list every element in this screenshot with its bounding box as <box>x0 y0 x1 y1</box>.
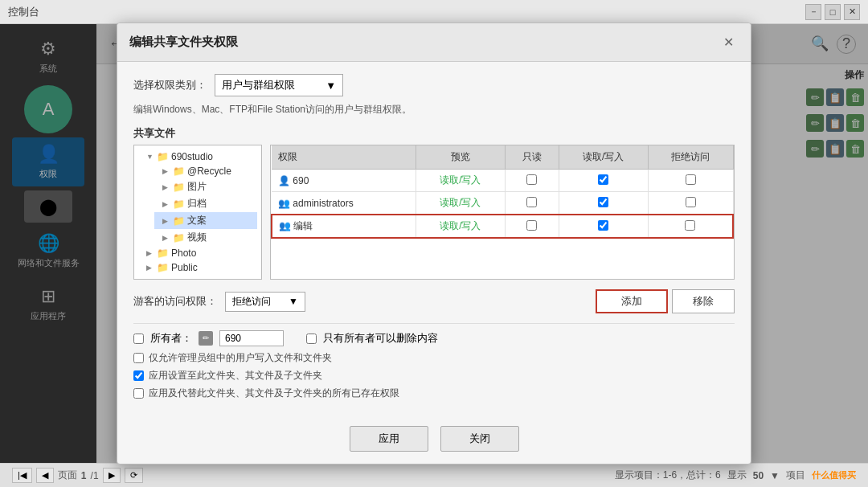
tree-children: ▶ 📁 @Recycle ▶ 📁 图片 ▶ 📁 <box>138 164 257 246</box>
tree-label-documents: 文案 <box>187 214 207 227</box>
col-header-deny: 拒绝访问 <box>648 145 733 170</box>
deny-checkbox-690[interactable] <box>686 174 696 185</box>
title-bar: 控制台 － □ ✕ <box>0 0 868 24</box>
dialog-close-btn[interactable]: ✕ <box>719 33 739 51</box>
preview-cell-690: 读取/写入 <box>416 170 505 192</box>
tree-item-recycle[interactable]: ▶ 📁 @Recycle <box>154 164 257 178</box>
tree-item-pictures[interactable]: ▶ 📁 图片 <box>154 178 257 195</box>
deny-cell-690[interactable] <box>648 170 733 192</box>
owner-checkbox[interactable] <box>133 334 144 344</box>
next-page-btn[interactable]: ▶ <box>103 468 121 483</box>
readonly-checkbox-administrators[interactable] <box>526 197 537 207</box>
tree-item-public[interactable]: ▶ 📁 Public <box>138 260 257 275</box>
readonly-cell-edit[interactable] <box>505 215 559 238</box>
refresh-btn[interactable]: ⟳ <box>125 468 143 483</box>
readwrite-cell-690[interactable] <box>559 170 648 192</box>
close-footer-button[interactable]: 关闭 <box>440 426 519 452</box>
group-icon-edit: 👥 <box>279 220 291 231</box>
checkbox-admin-only: 仅允许管理员组中的用户写入文件和文件夹 <box>133 351 735 365</box>
window-controls: － □ ✕ <box>805 4 860 20</box>
tree-label-recycle: @Recycle <box>187 166 231 177</box>
perm-type-label: 选择权限类别： <box>133 78 207 92</box>
owner-input[interactable] <box>219 330 284 346</box>
guest-label: 游客的访问权限： <box>133 294 217 309</box>
remove-button[interactable]: 移除 <box>672 289 735 313</box>
items-label: 项目 <box>786 469 805 482</box>
readonly-cell-690[interactable] <box>505 170 559 192</box>
tree-item-photo[interactable]: ▶ 📁 Photo <box>138 246 257 260</box>
table-row: 👤 690 读取/写入 <box>272 170 733 192</box>
display-count: 50 <box>753 470 764 481</box>
tree-item-documents[interactable]: ▶ 📁 文案 <box>154 212 257 229</box>
add-button[interactable]: 添加 <box>596 289 668 313</box>
deny-checkbox-administrators[interactable] <box>686 197 696 207</box>
minimize-btn[interactable]: － <box>805 4 821 20</box>
close-btn[interactable]: ✕ <box>844 4 860 20</box>
table-row: 👥 administrators 读取/写入 <box>272 192 733 215</box>
apply-this-checkbox[interactable] <box>133 370 144 381</box>
chevron-down-icon[interactable]: ▼ <box>770 470 780 481</box>
tree-label-public: Public <box>171 262 198 273</box>
user-cell-690: 👤 690 <box>272 170 416 192</box>
checkbox-apply-this: 应用设置至此文件夹、其文件及子文件夹 <box>133 369 735 383</box>
checkbox-replace-all: 应用及代替此文件夹、其文件及子文件夹的所有已存在权限 <box>133 387 735 400</box>
display-count-label: 显示 <box>727 469 747 482</box>
page-num: 1 <box>81 470 87 481</box>
tree-label-photo: Photo <box>171 248 196 259</box>
folder-tree: ▼ 📁 690studio ▶ 📁 @Recycle ▶ <box>133 145 262 280</box>
readwrite-checkbox-690[interactable] <box>598 174 608 185</box>
prev-page-btn[interactable]: ◀ <box>36 468 54 483</box>
display-info: 显示项目：1-6，总计：6 <box>615 469 721 482</box>
guest-select[interactable]: 拒绝访问 ▼ <box>225 292 305 312</box>
replace-all-label: 应用及代替此文件夹、其文件及子文件夹的所有已存在权限 <box>149 387 399 400</box>
dialog-footer: 应用 关闭 <box>117 416 751 464</box>
deny-cell-edit[interactable] <box>648 215 733 238</box>
shared-folder-label: 共享文件 <box>133 126 735 141</box>
owner-only-label: 只有所有者可以删除内容 <box>323 331 438 346</box>
preview-value-edit: 读取/写入 <box>440 220 481 231</box>
readonly-checkbox-edit[interactable] <box>526 220 537 231</box>
perm-type-row: 选择权限类别： 用户与群组权限 ▼ <box>133 74 735 96</box>
edit-permissions-dialog: 编辑共享文件夹权限 ✕ 选择权限类别： 用户与群组权限 ▼ 编辑Windows、… <box>117 23 751 464</box>
user-cell-administrators: 👥 administrators <box>272 192 416 215</box>
tree-label-pictures: 图片 <box>187 180 207 194</box>
tree-item-videos[interactable]: ▶ 📁 视频 <box>154 229 257 246</box>
dialog-title: 编辑共享文件夹权限 <box>129 35 238 50</box>
preview-value-690: 读取/写入 <box>440 174 481 186</box>
readwrite-checkbox-edit[interactable] <box>598 220 608 231</box>
dialog-title-bar: 编辑共享文件夹权限 ✕ <box>117 23 751 62</box>
deny-checkbox-edit[interactable] <box>685 220 695 231</box>
tree-label-archive: 归档 <box>187 197 207 211</box>
admin-only-checkbox[interactable] <box>133 353 144 363</box>
status-bar: |◀ ◀ 页面 1 /1 ▶ ⟳ 显示项目：1-6，总计：6 显示 50 ▼ 项… <box>0 463 868 487</box>
owner-edit-icon[interactable]: ✏ <box>199 331 213 346</box>
owner-only-checkbox[interactable] <box>306 334 317 344</box>
tree-label-690studio: 690studio <box>171 151 213 162</box>
col-header-readwrite: 读取/写入 <box>559 145 648 170</box>
maximize-btn[interactable]: □ <box>825 4 841 20</box>
readwrite-cell-administrators[interactable] <box>559 192 648 215</box>
dialog-body: 选择权限类别： 用户与群组权限 ▼ 编辑Windows、Mac、FTP和File… <box>117 62 751 416</box>
permission-table: 权限 预览 只读 读取/写入 拒绝访问 <box>271 145 734 239</box>
readonly-checkbox-690[interactable] <box>526 174 537 185</box>
expand-arrow: ▼ <box>146 153 154 161</box>
status-right: 显示项目：1-6，总计：6 显示 50 ▼ 项目 什么值得买 <box>615 469 856 482</box>
perm-type-select[interactable]: 用户与群组权限 ▼ <box>215 74 343 96</box>
page-label: 页面 <box>58 469 77 482</box>
permission-table-wrapper: 权限 预览 只读 读取/写入 拒绝访问 <box>270 145 735 280</box>
readwrite-cell-edit[interactable] <box>559 215 648 238</box>
username-administrators: administrators <box>293 198 353 209</box>
folder-icon: 📁 <box>157 151 169 162</box>
readonly-cell-administrators[interactable] <box>505 192 559 215</box>
apply-button[interactable]: 应用 <box>350 426 428 452</box>
first-page-btn[interactable]: |◀ <box>12 468 32 483</box>
col-header-preview: 预览 <box>416 145 505 170</box>
tree-item-archive[interactable]: ▶ 📁 归档 <box>154 195 257 212</box>
replace-all-checkbox[interactable] <box>133 388 144 399</box>
dialog-overlay: 编辑共享文件夹权限 ✕ 选择权限类别： 用户与群组权限 ▼ 编辑Windows、… <box>0 24 868 463</box>
guest-value: 拒绝访问 <box>232 295 271 309</box>
readwrite-checkbox-administrators[interactable] <box>598 197 608 207</box>
deny-cell-administrators[interactable] <box>648 192 733 215</box>
tree-item-690studio[interactable]: ▼ 📁 690studio <box>138 149 257 164</box>
preview-cell-administrators: 读取/写入 <box>416 192 505 215</box>
